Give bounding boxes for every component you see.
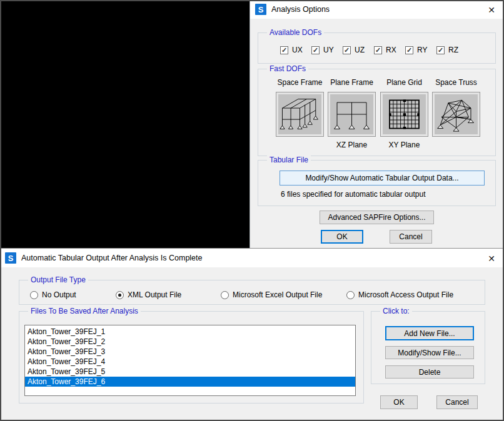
- checkbox-ux-label: UX: [292, 46, 303, 54]
- checkbox-uy-label: UY: [323, 46, 334, 54]
- app-screen: S Analysis Options ✕ Available DOFs ✓ UX…: [0, 0, 504, 421]
- tabular-output-titlebar[interactable]: S Automatic Tabular Output After Analysi…: [0, 249, 504, 267]
- analysis-options-title: Analysis Options: [271, 5, 330, 14]
- close-icon[interactable]: ✕: [486, 253, 497, 264]
- radio-excel-output-file-label: Microsoft Excel Output File: [233, 290, 322, 299]
- list-item[interactable]: Akton_Tower_39FEJ_4: [25, 357, 355, 367]
- tabular-file-label: Tabular File: [267, 156, 311, 164]
- click-to-group: Click to: Add New File... Modify/Show Fi…: [371, 311, 485, 384]
- fast-dofs-group: Fast DOFs Space Frame Plane Frame Plane …: [258, 69, 496, 156]
- checkbox-rx-label: RX: [386, 46, 396, 54]
- files-listbox[interactable]: Akton_Tower_39FEJ_1 Akton_Tower_39FEJ_2 …: [24, 325, 356, 396]
- modify-show-file-button[interactable]: Modify/Show File...: [385, 346, 474, 359]
- model-canvas[interactable]: [0, 0, 250, 248]
- available-dofs-group: Available DOFs ✓ UX ✓ UY ✓ UZ ✓ RX ✓ RY: [258, 32, 496, 64]
- space-frame-label: Space Frame: [273, 78, 326, 87]
- tabular-file-group: Tabular File Modify/Show Automatic Tabul…: [258, 160, 496, 206]
- plane-frame-icon: [331, 96, 372, 133]
- checkbox-uz-label: UZ: [355, 46, 365, 54]
- list-item[interactable]: Akton_Tower_39FEJ_2: [25, 337, 355, 347]
- tabular-output-title: Automatic Tabular Output After Analysis …: [21, 254, 203, 262]
- checkbox-ux[interactable]: ✓ UX: [280, 46, 303, 54]
- radio-xml-output-file[interactable]: XML Output File: [116, 290, 181, 299]
- automatic-tabular-output-dialog: S Automatic Tabular Output After Analysi…: [0, 248, 504, 421]
- space-truss-label: Space Truss: [430, 78, 483, 87]
- check-icon: ✓: [374, 46, 382, 54]
- radio-no-output[interactable]: No Output: [30, 290, 76, 299]
- close-icon[interactable]: ✕: [486, 4, 497, 16]
- radio-access-output-file[interactable]: Microsoft Access Output File: [346, 290, 453, 299]
- checkbox-ry[interactable]: ✓ RY: [405, 46, 427, 54]
- output-file-type-group: Output File Type No Output XML Output Fi…: [19, 280, 485, 305]
- checkbox-uy[interactable]: ✓ UY: [311, 46, 334, 54]
- space-truss-icon: [436, 96, 476, 133]
- sap2000-app-icon: S: [255, 4, 266, 15]
- check-icon: ✓: [343, 46, 351, 54]
- checkbox-rz-label: RZ: [448, 46, 458, 54]
- radio-no-output-label: No Output: [42, 290, 76, 299]
- ok-button[interactable]: OK: [380, 395, 418, 409]
- files-to-be-saved-label: Files To Be Saved After Analysis: [28, 307, 141, 315]
- plane-grid-icon: [384, 96, 425, 133]
- list-item[interactable]: Akton_Tower_39FEJ_1: [25, 327, 355, 337]
- checkbox-rz[interactable]: ✓ RZ: [436, 46, 458, 54]
- xy-plane-label: XY Plane: [378, 141, 431, 149]
- files-to-be-saved-group: Files To Be Saved After Analysis Akton_T…: [19, 311, 364, 404]
- cancel-button[interactable]: Cancel: [390, 230, 432, 244]
- plane-grid-label: Plane Grid: [378, 78, 431, 87]
- space-frame-button[interactable]: [276, 92, 324, 137]
- checkbox-ry-label: RY: [417, 46, 427, 54]
- checkbox-uz[interactable]: ✓ UZ: [343, 46, 365, 54]
- plane-frame-label: Plane Frame: [325, 78, 378, 87]
- radio-excel-output-file[interactable]: Microsoft Excel Output File: [221, 290, 322, 299]
- advanced-sapfire-options-button[interactable]: Advanced SAPFire Options...: [320, 210, 434, 224]
- output-file-type-label: Output File Type: [28, 275, 88, 284]
- check-icon: ✓: [311, 46, 320, 54]
- radio-xml-output-file-label: XML Output File: [128, 290, 181, 299]
- sap2000-app-icon: S: [5, 252, 16, 264]
- radio-icon: [30, 291, 38, 299]
- analysis-options-titlebar[interactable]: S Analysis Options: [250, 0, 504, 19]
- add-new-file-button[interactable]: Add New File...: [385, 326, 474, 340]
- space-truss-button[interactable]: [432, 92, 480, 137]
- click-to-label: Click to:: [380, 307, 412, 315]
- space-frame-icon: [280, 96, 320, 133]
- modify-show-tabular-output-button[interactable]: Modify/Show Automatic Tabular Output Dat…: [280, 171, 485, 186]
- list-item-selected[interactable]: Akton_Tower_39FEJ_6: [25, 377, 355, 387]
- plane-grid-button[interactable]: [380, 92, 428, 137]
- checkbox-rx[interactable]: ✓ RX: [374, 46, 396, 54]
- radio-icon: [221, 291, 229, 299]
- cancel-button[interactable]: Cancel: [436, 395, 478, 409]
- radio-access-output-file-label: Microsoft Access Output File: [358, 290, 453, 299]
- plane-frame-button[interactable]: [328, 92, 376, 137]
- analysis-options-dialog: S Analysis Options ✕ Available DOFs ✓ UX…: [249, 0, 504, 248]
- list-item[interactable]: Akton_Tower_39FEJ_5: [25, 367, 355, 377]
- available-dofs-label: Available DOFs: [267, 28, 324, 37]
- radio-icon: [346, 291, 355, 299]
- list-item[interactable]: Akton_Tower_39FEJ_3: [25, 347, 355, 357]
- check-icon: ✓: [405, 46, 413, 54]
- radio-selected-icon: [116, 291, 124, 299]
- check-icon: ✓: [436, 46, 445, 54]
- check-icon: ✓: [280, 46, 288, 54]
- ok-button[interactable]: OK: [321, 230, 363, 244]
- fast-dofs-label: Fast DOFs: [267, 64, 308, 73]
- tabular-status-text: 6 files specified for automatic tabular …: [281, 190, 425, 199]
- xz-plane-label: XZ Plane: [325, 141, 378, 149]
- delete-button[interactable]: Delete: [385, 365, 474, 379]
